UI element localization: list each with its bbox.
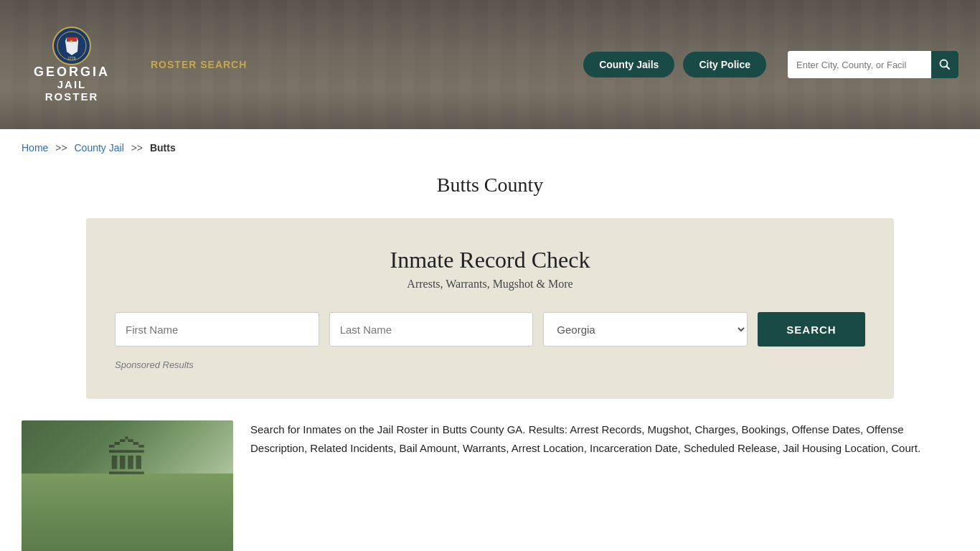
inmate-box-subtitle: Arrests, Warrants, Mugshot & More (115, 278, 865, 291)
breadcrumb-sep2: >> (131, 142, 143, 154)
last-name-input[interactable] (329, 312, 534, 347)
georgia-seal-icon: 1776 (52, 27, 91, 65)
svg-line-5 (947, 67, 950, 70)
city-police-button[interactable]: City Police (683, 52, 766, 77)
site-header: 1776 GEORGIA JAIL ROSTER ROSTER SEARCH C… (0, 0, 980, 129)
breadcrumb-home[interactable]: Home (22, 142, 48, 154)
first-name-input[interactable] (115, 312, 319, 347)
state-select[interactable]: AlabamaAlaskaArizonaArkansasCaliforniaCo… (543, 312, 748, 347)
breadcrumb-county-jail[interactable]: County Jail (75, 142, 124, 154)
inmate-record-box: Inmate Record Check Arrests, Warrants, M… (86, 218, 894, 399)
header-search-bar (788, 51, 958, 78)
nav-buttons: County Jails City Police (583, 52, 766, 77)
page-title: Butts County (0, 174, 980, 197)
svg-text:1776: 1776 (67, 56, 75, 60)
main-nav: ROSTER SEARCH County Jails City Police (151, 51, 958, 78)
logo-line2: JAIL (57, 79, 87, 91)
county-image (22, 420, 233, 551)
breadcrumb-current: Butts (150, 142, 176, 154)
bottom-section: Search for Inmates on the Jail Roster in… (0, 420, 980, 551)
county-jails-button[interactable]: County Jails (583, 52, 674, 77)
roster-search-link[interactable]: ROSTER SEARCH (151, 59, 247, 70)
inmate-box-title: Inmate Record Check (115, 247, 865, 273)
header-search-button[interactable] (931, 51, 958, 78)
logo-line3: ROSTER (45, 91, 99, 103)
site-logo[interactable]: 1776 GEORGIA JAIL ROSTER (22, 27, 122, 103)
inmate-search-button[interactable]: SEARCH (758, 312, 865, 347)
header-search-input[interactable] (788, 51, 931, 78)
search-icon (939, 59, 951, 70)
logo-line1: GEORGIA (34, 65, 110, 80)
breadcrumb-sep1: >> (55, 142, 67, 154)
county-description: Search for Inmates on the Jail Roster in… (233, 420, 958, 457)
sponsored-results-label: Sponsored Results (115, 359, 865, 370)
inmate-form: AlabamaAlaskaArizonaArkansasCaliforniaCo… (115, 312, 865, 347)
breadcrumb: Home >> County Jail >> Butts (0, 129, 980, 166)
